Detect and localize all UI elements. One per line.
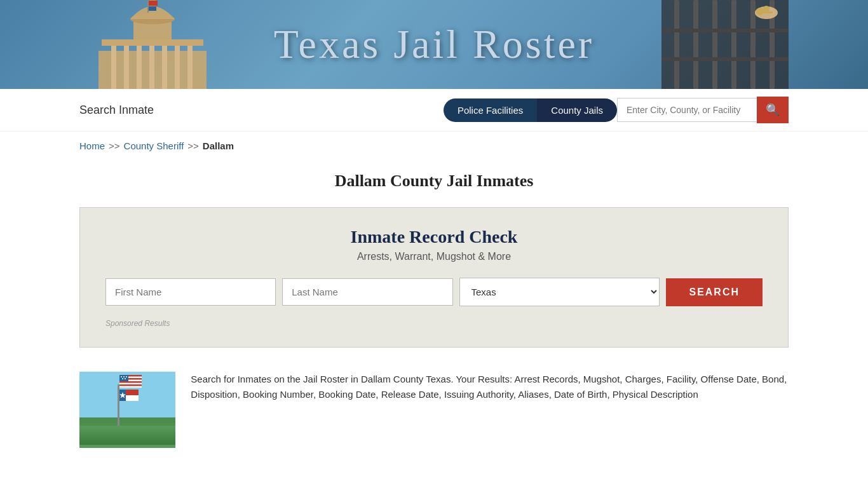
svg-rect-32 bbox=[119, 386, 142, 388]
record-check-form: AlabamaAlaskaArizonaArkansasCaliforniaCo… bbox=[105, 278, 763, 306]
svg-rect-4 bbox=[149, 44, 154, 89]
jail-door-icon bbox=[661, 0, 789, 89]
svg-rect-40 bbox=[126, 390, 139, 395]
svg-rect-31 bbox=[119, 383, 142, 385]
svg-rect-14 bbox=[149, 6, 156, 11]
svg-rect-19 bbox=[731, 0, 736, 89]
breadcrumb-current: Dallam bbox=[203, 140, 234, 151]
capitol-building-icon bbox=[79, 0, 226, 89]
location-image bbox=[79, 372, 175, 448]
breadcrumb-sep-2: >> bbox=[187, 140, 199, 151]
svg-rect-1 bbox=[111, 44, 116, 89]
svg-point-26 bbox=[763, 6, 770, 12]
county-jails-button[interactable]: County Jails bbox=[537, 98, 617, 122]
first-name-input[interactable] bbox=[105, 278, 276, 306]
breadcrumb: Home >> County Sheriff >> Dallam bbox=[0, 132, 868, 160]
svg-rect-16 bbox=[674, 0, 679, 89]
svg-rect-41 bbox=[126, 395, 139, 401]
breadcrumb-county-sheriff[interactable]: County Sheriff bbox=[124, 140, 184, 151]
breadcrumb-home[interactable]: Home bbox=[79, 140, 105, 151]
svg-rect-20 bbox=[750, 0, 756, 89]
us-flag-icon bbox=[119, 375, 142, 388]
tx-flag-icon bbox=[119, 390, 139, 401]
search-icon: 🔍 bbox=[766, 103, 780, 117]
record-check-title: Inmate Record Check bbox=[105, 227, 763, 247]
svg-rect-3 bbox=[137, 44, 142, 89]
svg-rect-22 bbox=[661, 29, 789, 32]
header-banner: Texas Jail Roster bbox=[0, 0, 868, 89]
record-check-subtitle: Arrests, Warrant, Mugshot & More bbox=[105, 251, 763, 262]
police-facilities-button[interactable]: Police Facilities bbox=[444, 98, 537, 122]
svg-point-35 bbox=[123, 376, 125, 377]
svg-rect-17 bbox=[693, 0, 698, 89]
svg-rect-5 bbox=[162, 44, 167, 89]
page-title: Dallam County Jail Inmates bbox=[0, 172, 868, 191]
breadcrumb-sep-1: >> bbox=[109, 140, 120, 151]
svg-rect-6 bbox=[175, 44, 180, 89]
svg-rect-2 bbox=[124, 44, 129, 89]
nav-controls: Police Facilities County Jails 🔍 bbox=[444, 97, 789, 123]
inmate-record-check-box: Inmate Record Check Arrests, Warrant, Mu… bbox=[79, 207, 789, 348]
facility-search-button[interactable]: 🔍 bbox=[757, 97, 789, 123]
last-name-input[interactable] bbox=[282, 278, 452, 306]
svg-rect-12 bbox=[147, 0, 149, 13]
svg-rect-18 bbox=[712, 0, 717, 89]
bottom-section: Search for Inmates on the Jail Roster in… bbox=[0, 359, 868, 461]
nav-bar: Search Inmate Police Facilities County J… bbox=[0, 89, 868, 132]
page-title-section: Dallam County Jail Inmates bbox=[0, 160, 868, 196]
svg-point-38 bbox=[125, 378, 126, 379]
bottom-description: Search for Inmates on the Jail Roster in… bbox=[191, 372, 789, 402]
svg-point-36 bbox=[126, 376, 127, 377]
site-title: Texas Jail Roster bbox=[274, 21, 594, 68]
svg-rect-13 bbox=[149, 1, 158, 6]
facility-search-input[interactable] bbox=[617, 98, 757, 122]
record-search-button[interactable]: SEARCH bbox=[666, 278, 763, 306]
svg-rect-23 bbox=[661, 57, 789, 61]
search-inmate-label: Search Inmate bbox=[79, 104, 154, 117]
svg-rect-27 bbox=[760, 11, 773, 13]
state-select[interactable]: AlabamaAlaskaArizonaArkansasCaliforniaCo… bbox=[459, 278, 660, 306]
svg-rect-7 bbox=[187, 44, 193, 89]
svg-point-34 bbox=[121, 376, 122, 377]
sponsored-label: Sponsored Results bbox=[105, 319, 763, 328]
svg-rect-33 bbox=[119, 375, 128, 381]
svg-point-37 bbox=[122, 378, 123, 379]
